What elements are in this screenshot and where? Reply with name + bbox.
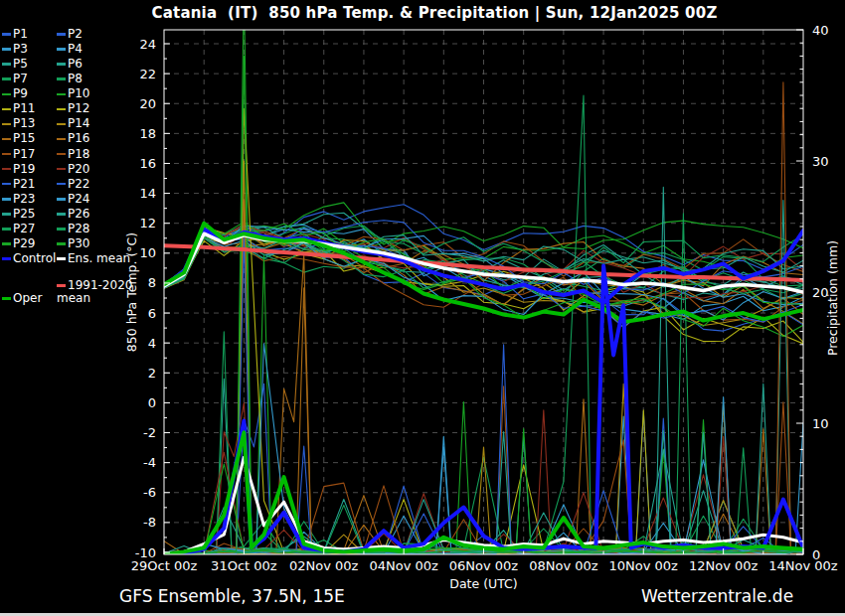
legend-swatch	[57, 228, 66, 231]
legend-item-p4: P4	[57, 43, 83, 56]
precip-tick-label: 30	[812, 154, 829, 169]
legend-swatch	[2, 33, 11, 36]
right-axis-title: Precipitation (mm)	[825, 240, 840, 356]
legend-item-p7: P7	[2, 73, 28, 85]
meteogram-page: Catania (IT) 850 hPa Temp. & Precipitati…	[0, 0, 845, 616]
legend-swatch	[2, 93, 11, 96]
legend-item-p3: P3	[2, 43, 28, 56]
legend-swatch	[57, 33, 66, 36]
legend-item-p21: P21	[2, 178, 36, 191]
temp-tick-label: -6	[143, 485, 156, 500]
ensemble-legend: P1P2P3P4P5P6P7P8P9P10P11P12P13P14P15P16P…	[2, 0, 163, 328]
legend-swatch	[2, 297, 11, 300]
legend-swatch	[57, 242, 66, 245]
legend-swatch	[2, 213, 11, 216]
legend-item-oper: Oper	[2, 292, 42, 305]
legend-item-1991-2020-mean: 1991-2020 mean	[57, 279, 160, 305]
legend-swatch	[2, 77, 11, 80]
legend-item-p12: P12	[57, 102, 90, 115]
legend-item-p10: P10	[57, 87, 90, 100]
date-tick-label: 10Nov 00z	[609, 558, 679, 573]
legend-swatch	[2, 198, 11, 201]
legend-item-p11: P11	[2, 102, 36, 115]
temp-tick-label: -4	[143, 455, 156, 470]
legend-swatch	[2, 63, 11, 66]
x-axis-title: Date (UTC)	[449, 576, 517, 591]
legend-item-p13: P13	[2, 117, 36, 130]
model-info-label: GFS Ensemble, 37.5N, 15E	[119, 586, 345, 606]
site-credit-label: Wetterzentrale.de	[641, 586, 793, 606]
temp-tick-label: -8	[143, 515, 156, 530]
date-tick-label: 14Nov 00z	[768, 558, 838, 573]
legend-swatch	[57, 77, 66, 80]
legend-swatch	[2, 123, 11, 126]
date-tick-label: 04Nov 00z	[369, 558, 438, 573]
date-tick-label: 12Nov 00z	[689, 558, 759, 573]
legend-swatch	[2, 48, 11, 51]
legend-swatch	[2, 138, 11, 141]
legend-swatch	[57, 183, 66, 186]
precip-tick-label: 40	[812, 23, 829, 38]
legend-item-p24: P24	[57, 193, 90, 206]
temp-tick-label: 2	[148, 366, 156, 381]
grid-lines	[164, 30, 803, 554]
legend-item-p19: P19	[2, 163, 36, 176]
legend-swatch	[2, 242, 11, 245]
legend-swatch	[57, 63, 66, 66]
legend-swatch	[57, 213, 66, 216]
legend-swatch	[2, 183, 11, 186]
legend-item-p15: P15	[2, 132, 36, 145]
legend-item-p18: P18	[57, 148, 90, 161]
legend-item-p29: P29	[2, 237, 36, 250]
date-tick-label: 06Nov 00z	[449, 558, 519, 573]
legend-swatch	[2, 168, 11, 171]
legend-swatch	[57, 48, 66, 51]
legend-swatch	[57, 168, 66, 171]
temp-tick-label: 4	[148, 336, 156, 351]
legend-item-p17: P17	[2, 148, 36, 161]
temp-tick-label: -2	[143, 425, 156, 440]
legend-item-p30: P30	[57, 237, 90, 250]
legend-item-p1: P1	[2, 28, 28, 41]
legend-swatch	[2, 108, 11, 111]
legend-swatch	[57, 93, 66, 96]
date-tick-label: 31Oct 00z	[211, 558, 277, 573]
legend-item-p5: P5	[2, 58, 28, 71]
legend-swatch	[57, 138, 66, 141]
legend-item-p6: P6	[57, 58, 83, 71]
legend-item-p2: P2	[57, 28, 83, 41]
legend-item-p26: P26	[57, 208, 90, 221]
legend-swatch	[57, 284, 66, 287]
legend-item-p27: P27	[2, 223, 36, 235]
legend-swatch	[2, 153, 11, 156]
legend-swatch	[57, 153, 66, 156]
legend-item-p9: P9	[2, 87, 28, 100]
date-tick-label: 29Oct 00z	[131, 558, 198, 573]
precip-tick-label: 10	[812, 416, 829, 431]
legend-item-control: Control	[2, 252, 56, 265]
legend-item-p28: P28	[57, 223, 90, 235]
legend-swatch	[2, 257, 11, 260]
legend-item-p20: P20	[57, 163, 90, 176]
legend-item-p22: P22	[57, 178, 90, 191]
date-tick-label: 08Nov 00z	[529, 558, 598, 573]
temp-tick-label: 0	[148, 395, 156, 410]
legend-item-p16: P16	[57, 132, 90, 145]
legend-item-p25: P25	[2, 208, 36, 221]
date-tick-label: 02Nov 00z	[289, 558, 359, 573]
legend-swatch	[57, 108, 66, 111]
legend-item-p23: P23	[2, 193, 36, 206]
legend-item-ens-mean: Ens. mean	[57, 252, 130, 265]
legend-item-p8: P8	[57, 73, 83, 85]
legend-swatch	[57, 123, 66, 126]
legend-swatch	[57, 198, 66, 201]
legend-item-p14: P14	[57, 117, 90, 130]
legend-swatch	[2, 228, 11, 231]
legend-swatch	[57, 257, 66, 260]
